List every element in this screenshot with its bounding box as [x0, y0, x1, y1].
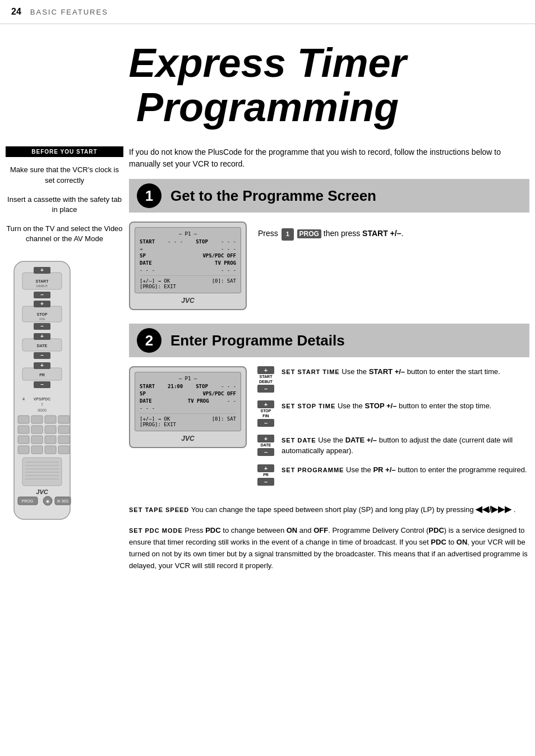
step2-row2: SP VPS/PDC OFF [140, 391, 236, 397]
svg-rect-37 [45, 426, 56, 434]
control-stop-time: + STOPFIN – SET STOP TIME Use the STOP +… [256, 400, 529, 427]
svg-rect-32 [31, 416, 43, 423]
step2-body: – P1 – START 21:00 STOP - - - SP VPS/PDC… [129, 366, 529, 494]
svg-rect-43 [18, 446, 29, 454]
svg-text:DATE: DATE [37, 344, 48, 348]
svg-text:+: + [40, 267, 44, 273]
main-title-block: Express Timer Programming [0, 24, 535, 141]
svg-text:–: – [40, 323, 44, 329]
right-column: If you do not know the PlusCode for the … [129, 146, 529, 585]
svg-text:◉: ◉ [46, 499, 49, 503]
step1-header: 1 Get to the Programme Screen [129, 179, 529, 213]
svg-text:+: + [40, 301, 44, 307]
prog-label: PROG [297, 229, 321, 238]
step2-brand: JVC [135, 435, 241, 442]
svg-text:III 30S: III 30S [57, 499, 69, 503]
left-column: BEFORE YOU START Make sure that the VCR'… [6, 146, 129, 585]
svg-text:VPS/PDC: VPS/PDC [34, 397, 51, 401]
step1-row4: - - - - - - [140, 268, 236, 273]
step1-brand: JVC [135, 297, 241, 305]
svg-rect-38 [58, 426, 70, 434]
step1-body: – P1 – START - - - STOP - - - → - - - [129, 222, 529, 310]
sidebar-item-3: Turn on the TV and select the Video chan… [6, 224, 123, 244]
step1-title: Get to the Programme Screen [170, 187, 376, 205]
start-key: START +/– [362, 229, 401, 238]
step1-section: 1 Get to the Programme Screen – P1 – STA… [129, 179, 529, 310]
sidebar-item-2: Insert a cassette with the safety tab in… [6, 195, 123, 215]
start-time-desc: SET START TIME Use the START +/– button … [282, 366, 529, 377]
pr-btn: + PR – [256, 464, 276, 486]
svg-text:–: – [40, 381, 44, 388]
svg-text:START: START [36, 279, 49, 283]
svg-rect-35 [18, 426, 29, 434]
step1-vcr-device: – P1 – START - - - STOP - - - → - - - [129, 222, 247, 310]
svg-rect-46 [58, 446, 70, 454]
date-desc: SET DATE Use the DATE +/– button to adju… [282, 435, 529, 457]
step2-vcr-device: – P1 – START 21:00 STOP - - - SP VPS/PDC… [129, 366, 247, 448]
step2-section: 2 Enter Programme Details – P1 – START 2… [129, 324, 529, 571]
step1-row1: START - - - STOP - - - [140, 239, 236, 245]
date-btn: + DATE – [256, 435, 276, 456]
step2-row4: - - - [140, 405, 236, 411]
svg-text:–: – [40, 352, 44, 358]
step2-screen-device: – P1 – START 21:00 STOP - - - SP VPS/PDC… [129, 366, 247, 448]
svg-text:PROG: PROG [22, 499, 34, 503]
step2-header: 2 Enter Programme Details [129, 324, 529, 357]
step1-screen: – P1 – START - - - STOP - - - → - - - [135, 227, 241, 293]
prog-icon: 1 [282, 228, 294, 241]
main-title: Express Timer Programming [11, 41, 524, 130]
step1-row2: SP VPS/PDC OFF [140, 253, 236, 259]
stop-time-desc: SET STOP TIME Use the STOP +/– button to… [282, 400, 529, 412]
step2-controls: + STARTDEBUT – SET START TIME Use the ST… [256, 366, 529, 494]
page-number: 24 [11, 7, 21, 17]
svg-rect-36 [31, 426, 43, 434]
svg-text:PR: PR [39, 373, 45, 377]
stop-btn: + STOPFIN – [256, 400, 276, 427]
svg-rect-41 [45, 436, 56, 444]
step2-bottom-row: [+/–] → OK [PROG]: EXIT [0]: SAT [140, 416, 236, 427]
svg-text:–: – [40, 292, 44, 298]
control-start-time: + STARTDEBUT – SET START TIME Use the ST… [256, 366, 529, 393]
start-btn: + STARTDEBUT – [256, 366, 276, 393]
svg-text:JVC: JVC [36, 488, 48, 495]
step1-instruction: Press 1 PROG then press START +/–. [258, 222, 529, 241]
svg-rect-45 [45, 446, 56, 454]
svg-rect-34 [58, 416, 70, 423]
svg-rect-44 [31, 446, 43, 454]
step1-row3: DATE TV PROG [140, 260, 236, 266]
svg-text:STOP: STOP [37, 312, 48, 316]
svg-text:7: 7 [41, 403, 43, 407]
programme-desc: SET PROGRAMME Use the PR +/– button to e… [282, 464, 529, 476]
svg-rect-42 [58, 436, 70, 444]
step2-row1: START 21:00 STOP - - - [140, 384, 236, 389]
svg-rect-40 [31, 436, 43, 444]
step1-bottom-row: [+/–] → OK [PROG]: EXIT [0]: SAT [140, 278, 236, 289]
before-you-start-label: BEFORE YOU START [6, 146, 123, 157]
step2-number: 2 [137, 328, 162, 353]
svg-text:DEBUT: DEBUT [36, 284, 48, 288]
step2-screen: – P1 – START 21:00 STOP - - - SP VPS/PDC… [135, 372, 241, 431]
svg-rect-33 [45, 416, 56, 423]
svg-text:0000: 0000 [38, 408, 47, 412]
step2-row3: DATE TV PROG - - [140, 398, 236, 404]
intro-text: If you do not know the PlusCode for the … [129, 146, 529, 170]
page-header: 24 BASIC FEATURES [0, 0, 535, 24]
set-tape-speed: SET TAPE SPEED You can change the tape s… [129, 503, 529, 516]
section-label: BASIC FEATURES [30, 8, 108, 16]
step1-screen-device: – P1 – START - - - STOP - - - → - - - [129, 222, 247, 310]
svg-text:FIN: FIN [39, 317, 45, 321]
svg-text:4: 4 [22, 397, 25, 401]
vcr-remote-illustration: START DEBUT + – STOP FIN + – [6, 256, 123, 527]
control-programme: + PR – SET PROGRAMME Use the PR +/– butt… [256, 464, 529, 486]
sidebar-item-1: Make sure that the VCR's clock is set co… [6, 165, 123, 185]
svg-text:+: + [40, 333, 44, 339]
set-pdc-mode: SET PDC MODE Press PDC to change between… [129, 525, 529, 571]
svg-rect-39 [18, 436, 29, 444]
step1-number: 1 [137, 183, 162, 208]
full-layout: BEFORE YOU START Make sure that the VCR'… [0, 141, 535, 591]
svg-text:+: + [40, 362, 44, 368]
step2-screen-title: – P1 – [140, 376, 236, 381]
control-date: + DATE – SET DATE Use the DATE +/– butto… [256, 435, 529, 457]
svg-rect-31 [18, 416, 29, 423]
step1-screen-title: – P1 – [140, 231, 236, 237]
